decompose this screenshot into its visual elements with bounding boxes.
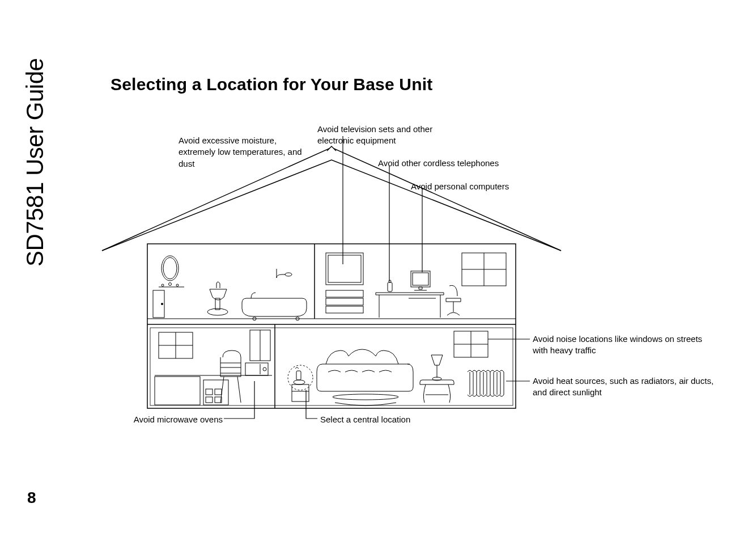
- svg-rect-54: [296, 371, 301, 380]
- page-number: 8: [27, 489, 36, 507]
- svg-rect-29: [413, 273, 428, 285]
- svg-rect-20: [328, 255, 361, 282]
- svg-rect-0: [147, 244, 516, 408]
- svg-rect-5: [150, 328, 513, 405]
- svg-point-44: [263, 367, 266, 371]
- svg-rect-21: [326, 290, 363, 297]
- svg-rect-23: [326, 306, 363, 313]
- document-side-title: SD7581 User Guide: [22, 58, 49, 267]
- svg-point-11: [176, 284, 179, 286]
- svg-point-9: [162, 284, 164, 286]
- svg-rect-52: [215, 389, 222, 395]
- svg-rect-51: [206, 389, 213, 395]
- page-heading: Selecting a Location for Your Base Unit: [111, 75, 432, 94]
- svg-point-55: [294, 380, 305, 384]
- svg-point-6: [162, 256, 179, 281]
- svg-rect-48: [203, 380, 228, 405]
- house-diagram-figure: Avoid excessive moisture, extremely low …: [94, 119, 728, 437]
- svg-rect-19: [326, 253, 363, 285]
- svg-rect-24: [388, 282, 392, 291]
- svg-point-13: [162, 303, 163, 305]
- svg-point-14: [285, 273, 292, 276]
- svg-rect-43: [245, 363, 268, 375]
- svg-rect-22: [326, 298, 363, 305]
- svg-rect-49: [206, 397, 213, 403]
- house-svg: [94, 119, 728, 437]
- svg-point-10: [169, 283, 172, 286]
- svg-point-7: [163, 257, 177, 279]
- svg-rect-64: [468, 372, 508, 395]
- svg-rect-28: [411, 271, 430, 287]
- svg-point-58: [333, 394, 398, 400]
- svg-rect-40: [155, 377, 200, 405]
